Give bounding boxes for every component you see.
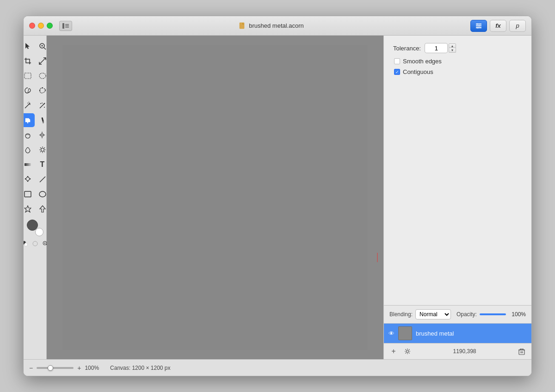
add-layer-button[interactable]: + <box>388 346 399 356</box>
blending-select[interactable]: Normal Multiply Screen Overlay <box>415 309 451 319</box>
vector-pen-icon <box>24 176 31 183</box>
contiguous-checkbox[interactable]: ✓ <box>394 69 400 75</box>
titlebar-actions: fx p <box>470 20 526 32</box>
clone-icon <box>39 131 46 139</box>
swap-colors-icon <box>32 241 38 246</box>
zoom-slider[interactable] <box>37 367 74 369</box>
fx-button[interactable]: fx <box>490 20 506 32</box>
svg-point-9 <box>477 23 478 24</box>
tool-group-8 <box>24 143 49 157</box>
canvas-size: Canvas: 1200 × 1200 px <box>110 365 170 371</box>
svg-marker-12 <box>25 43 30 49</box>
svg-line-30 <box>43 103 45 104</box>
color-swatches[interactable] <box>27 220 43 236</box>
layer-list: 👁 brushed metal <box>384 324 531 343</box>
lasso-button[interactable] <box>24 84 35 98</box>
zoom-slider-thumb[interactable] <box>48 365 53 371</box>
minimize-button[interactable] <box>38 23 44 29</box>
fx-label: fx <box>495 22 501 29</box>
zoom-out-button[interactable]: − <box>29 364 33 372</box>
svg-rect-34 <box>41 117 43 122</box>
svg-point-11 <box>477 27 479 28</box>
opacity-label: Opacity: <box>456 311 477 318</box>
maximize-button[interactable] <box>47 23 53 29</box>
smooth-edges-row: Smooth edges <box>394 58 522 65</box>
arrow-tool-button[interactable] <box>24 39 35 53</box>
delete-layer-button[interactable] <box>517 346 527 356</box>
svg-rect-0 <box>62 23 64 29</box>
tools-panel-button[interactable] <box>470 20 487 32</box>
tolerance-decrement-button[interactable]: ▼ <box>449 48 456 53</box>
layer-thumbnail <box>398 326 412 340</box>
pen-brush-icon <box>39 116 46 124</box>
vector-pen-button[interactable] <box>24 172 35 186</box>
color-reset-button[interactable] <box>24 239 30 248</box>
left-toolbar: T <box>24 36 47 359</box>
canvas-area[interactable] <box>47 36 383 359</box>
svg-point-23 <box>44 90 45 91</box>
ellipse-select-icon <box>39 73 46 79</box>
smudge-button[interactable] <box>24 128 35 142</box>
swap-colors-button[interactable] <box>31 239 40 248</box>
sidebar-toggle-button[interactable] <box>59 21 72 31</box>
layers-footer: + 1190,398 <box>384 343 531 359</box>
blending-row: Blending: Normal Multiply Screen Overlay… <box>384 306 531 324</box>
svg-point-63 <box>24 243 27 246</box>
tool-group-5 <box>24 98 49 112</box>
svg-line-17 <box>39 58 46 64</box>
contiguous-row: ✓ Contiguous <box>394 68 522 75</box>
rect-select-button[interactable] <box>24 69 35 83</box>
window-title: brushed metal.acorn <box>249 22 304 29</box>
paint-bucket-button[interactable] <box>24 113 35 127</box>
magic-lasso-icon <box>39 87 46 94</box>
gradient-button[interactable] <box>24 158 35 172</box>
layer-coordinates: 1190,398 <box>416 348 513 355</box>
tool-group-10 <box>24 172 49 186</box>
main-content: T <box>24 36 531 359</box>
svg-point-54 <box>29 178 31 180</box>
svg-line-51 <box>40 152 41 153</box>
svg-line-49 <box>44 152 45 153</box>
tolerance-input[interactable] <box>425 43 448 53</box>
main-window: brushed metal.acorn fx p <box>23 16 532 376</box>
tool-group-3 <box>24 69 49 83</box>
smudge-icon <box>24 131 31 139</box>
svg-rect-58 <box>25 191 31 197</box>
layer-settings-button[interactable] <box>402 346 413 356</box>
canvas[interactable] <box>62 45 368 350</box>
svg-rect-8 <box>476 27 481 28</box>
svg-line-24 <box>25 104 29 108</box>
blur-button[interactable] <box>24 143 35 157</box>
traffic-lights <box>29 23 53 29</box>
crop-tool-button[interactable] <box>24 54 35 68</box>
tool-group-6 <box>24 113 49 127</box>
star-shape-button[interactable] <box>24 202 35 216</box>
svg-point-59 <box>39 191 46 197</box>
titlebar: brushed metal.acorn fx p <box>24 16 531 36</box>
contiguous-label: Contiguous <box>403 68 433 75</box>
add-layer-icon: + <box>391 347 395 355</box>
opacity-slider[interactable] <box>480 313 506 315</box>
magic-wand-button[interactable] <box>24 98 35 112</box>
layer-visibility-icon[interactable]: 👁 <box>388 330 395 337</box>
tool-controls <box>24 239 50 248</box>
svg-point-32 <box>42 103 43 104</box>
svg-marker-35 <box>42 122 44 123</box>
layer-item[interactable]: 👁 brushed metal <box>384 324 531 343</box>
line-icon <box>39 176 46 183</box>
rect-shape-button[interactable] <box>24 187 35 201</box>
tolerance-increment-button[interactable]: ▲ <box>449 43 456 48</box>
svg-rect-18 <box>25 73 31 79</box>
close-button[interactable] <box>29 23 35 29</box>
tool-group-7 <box>24 128 49 142</box>
smooth-edges-checkbox[interactable] <box>394 58 400 64</box>
trash-icon <box>518 348 525 355</box>
blending-label: Blending: <box>389 311 413 318</box>
right-panel: Tolerance: ▲ ▼ Smooth edges ✓ <box>383 36 531 359</box>
zoom-in-button[interactable]: + <box>77 364 81 372</box>
svg-point-69 <box>407 350 409 353</box>
background-color[interactable] <box>35 228 43 236</box>
tolerance-row: Tolerance: ▲ ▼ <box>393 43 522 53</box>
p-button[interactable]: p <box>509 20 526 32</box>
file-icon <box>239 22 246 30</box>
